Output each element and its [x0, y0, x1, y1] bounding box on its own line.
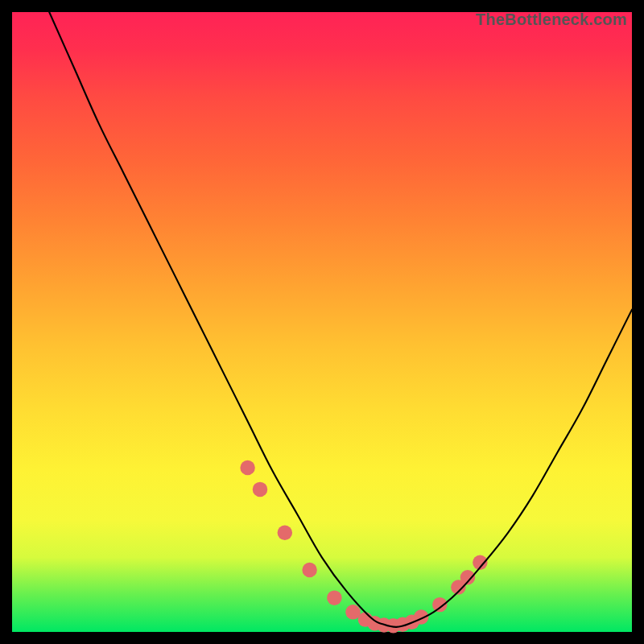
- chart-frame: TheBottleneck.com: [12, 12, 632, 632]
- red-dot: [240, 460, 254, 475]
- chart-svg: [12, 12, 632, 632]
- red-dot: [253, 482, 267, 497]
- red-dot: [302, 563, 316, 577]
- red-dot: [278, 526, 292, 540]
- bottleneck-curve: [49, 12, 632, 627]
- red-dots-group: [240, 460, 487, 634]
- watermark-text: TheBottleneck.com: [476, 10, 627, 29]
- red-dot: [345, 605, 360, 619]
- red-dot: [327, 590, 341, 605]
